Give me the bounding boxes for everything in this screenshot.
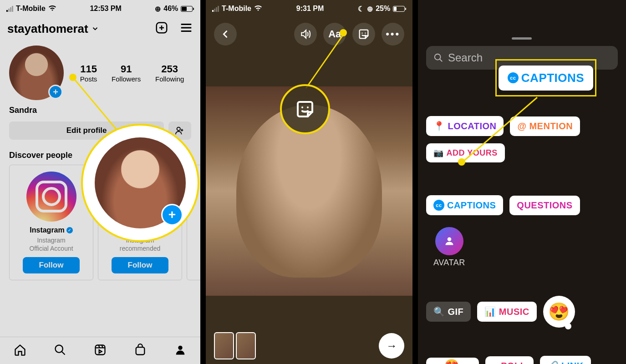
search-tab[interactable] — [54, 344, 66, 358]
battery-pct: 46% — [163, 5, 178, 13]
battery-icon — [393, 6, 406, 12]
sheet-handle[interactable] — [512, 37, 532, 40]
poll-icon: ≡ — [493, 361, 498, 364]
time-label: 9:31 PM — [296, 5, 324, 13]
phone-screen-story-editor: T-Mobile 9:31 PM ☾ ⊕ 25% Aa ••• → — [206, 0, 412, 364]
suggestion-subtitle: InstagramOfficial Account — [16, 236, 87, 253]
mention-sticker[interactable]: @MENTION — [510, 116, 580, 136]
carrier-label: T-Mobile — [222, 5, 251, 13]
svg-point-9 — [448, 238, 452, 242]
signal-icon — [6, 6, 13, 12]
phone-screen-sticker-picker: Search 📍LOCATION @MENTION 📷ADD YOURS ccC… — [418, 0, 626, 364]
thumbnail[interactable] — [214, 332, 234, 359]
wifi-icon — [254, 4, 262, 14]
posts-stat[interactable]: 115Posts — [80, 63, 97, 83]
search-icon — [433, 53, 443, 63]
gif-sticker[interactable]: 🔍GIF — [426, 302, 471, 322]
slider-sticker[interactable]: 😍 — [426, 358, 479, 364]
profile-avatar[interactable]: + — [9, 46, 64, 100]
battery-icon — [181, 6, 194, 12]
reels-tab[interactable] — [94, 344, 107, 358]
pin-icon: 📍 — [433, 121, 445, 131]
annotation-dot — [458, 158, 465, 166]
story-toolbar: Aa ••• — [206, 17, 412, 51]
bottom-tabbar — [0, 337, 200, 364]
captions-sticker[interactable]: ccCAPTIONS — [426, 195, 503, 215]
link-sticker[interactable]: 🔗LINK — [540, 356, 591, 364]
create-post-button[interactable] — [155, 21, 168, 36]
annotation-dot — [69, 74, 76, 81]
music-icon: 📊 — [484, 306, 496, 317]
profile-header: stayathomerat — [0, 17, 200, 40]
sticker-button[interactable] — [352, 23, 375, 46]
status-bar: T-Mobile 12:53 PM ⊕ 46% — [0, 0, 200, 17]
captions-callout: ccCAPTIONS — [495, 59, 596, 96]
following-stat[interactable]: 253Following — [155, 63, 184, 83]
music-sticker[interactable]: 📊MUSIC — [477, 302, 536, 322]
at-icon: @ — [517, 121, 526, 131]
svg-rect-4 — [136, 347, 145, 354]
poll-sticker[interactable]: ≡POLL — [485, 356, 534, 364]
time-label: 12:53 PM — [90, 5, 121, 13]
orientation-lock-icon: ⊕ — [367, 5, 373, 13]
avatar-sticker[interactable]: AVATAR — [426, 222, 473, 272]
orientation-lock-icon: ⊕ — [155, 5, 161, 13]
thumbnail[interactable] — [236, 332, 256, 359]
dnd-icon: ☾ — [358, 5, 364, 13]
media-thumbnails[interactable] — [214, 332, 256, 359]
status-bar: T-Mobile 9:31 PM ☾ ⊕ 25% — [206, 0, 412, 17]
svg-point-8 — [435, 54, 441, 60]
svg-point-5 — [178, 345, 183, 349]
carrier-label: T-Mobile — [16, 5, 46, 13]
emoji-sticker[interactable]: 😍 — [543, 296, 575, 328]
location-sticker[interactable]: 📍LOCATION — [426, 116, 504, 136]
menu-button[interactable] — [179, 21, 193, 36]
cc-icon: cc — [433, 200, 444, 211]
cc-icon: cc — [508, 72, 519, 83]
signal-icon — [212, 6, 219, 12]
profile-tab[interactable] — [174, 344, 187, 358]
home-tab[interactable] — [14, 344, 26, 358]
avatar-callout: + — [81, 124, 199, 242]
link-icon: 🔗 — [547, 360, 559, 364]
follow-button[interactable]: Follow — [23, 257, 80, 273]
annotation-dot — [340, 29, 347, 36]
verified-icon: ✓ — [66, 227, 73, 233]
svg-rect-3 — [96, 345, 105, 354]
questions-sticker[interactable]: QUESTIONS — [509, 196, 580, 215]
suggestion-name: Instagram✓ — [16, 226, 87, 234]
search-icon: 🔍 — [433, 306, 445, 317]
suggestion-avatar[interactable] — [26, 172, 76, 222]
next-button[interactable]: → — [379, 333, 404, 359]
followers-stat[interactable]: 91Followers — [112, 63, 141, 83]
addyours-sticker[interactable]: 📷ADD YOURS — [426, 143, 505, 162]
avatar-icon — [442, 233, 457, 249]
svg-point-2 — [56, 345, 63, 352]
wifi-icon — [48, 4, 56, 14]
chevron-down-icon — [91, 25, 99, 33]
add-story-plus-icon[interactable]: + — [48, 85, 63, 99]
more-button[interactable]: ••• — [382, 23, 404, 46]
shop-tab[interactable] — [134, 344, 147, 358]
back-button[interactable] — [214, 23, 237, 46]
sticker-icon — [294, 98, 316, 120]
username-dropdown[interactable]: stayathomerat — [7, 22, 99, 36]
display-name: Sandra — [0, 106, 200, 115]
sticker-button-callout — [280, 84, 330, 134]
camera-icon: 📷 — [433, 148, 444, 158]
follow-button[interactable]: Follow — [112, 257, 169, 273]
svg-point-1 — [177, 127, 180, 131]
audio-button[interactable] — [294, 23, 317, 46]
add-story-plus-icon: + — [161, 204, 183, 226]
battery-pct: 25% — [376, 5, 390, 13]
